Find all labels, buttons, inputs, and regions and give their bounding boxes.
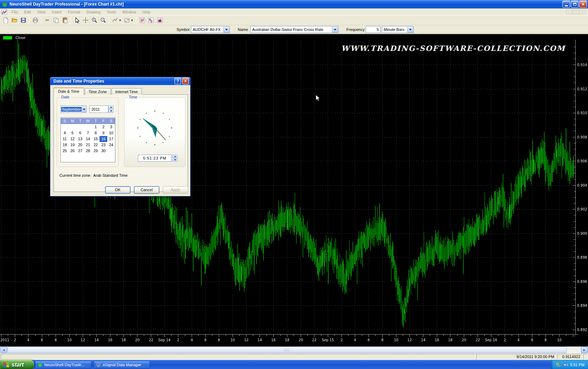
tab-time-zone[interactable]: Time Zone [85, 88, 111, 95]
name-combobox[interactable]: Australian Dollar-Swiss Franc Cross Rate [250, 26, 338, 33]
paste-button[interactable] [60, 16, 69, 25]
new-document-button[interactable] [1, 16, 10, 25]
menu-help[interactable]: Help [139, 9, 154, 14]
calendar-day[interactable]: 27 [76, 148, 84, 154]
symbol-combobox[interactable]: AUDCHF A0-FX [191, 26, 230, 33]
calendar-day[interactable]: 13 [76, 136, 84, 142]
zoom-in-button[interactable] [90, 16, 99, 25]
calendar-day[interactable]: 15 [92, 136, 100, 142]
time-input[interactable]: 5:51:23 PM [138, 155, 172, 162]
menu-view[interactable]: View [34, 9, 49, 14]
calendar-day[interactable]: 24 [107, 142, 115, 148]
mdi-minimize-button[interactable]: – [566, 9, 572, 14]
calendar-day[interactable]: 20 [76, 142, 84, 148]
fill-pattern-dropdown[interactable]: ▼ [130, 19, 134, 22]
menu-edit[interactable]: Edit [21, 9, 34, 14]
mdi-restore-button[interactable]: □ [573, 9, 579, 14]
calendar-day[interactable]: 10 [107, 130, 115, 136]
calendar-day[interactable]: 30 [100, 148, 107, 154]
dialog-close-button[interactable]: × [182, 78, 189, 84]
copy-button[interactable] [52, 16, 60, 25]
calendar-day[interactable]: 7 [84, 130, 92, 136]
close-button[interactable]: × [579, 1, 587, 8]
dialog-title-bar[interactable]: Date and Time Properties ? × [50, 77, 191, 85]
calendar-day[interactable]: 21 [84, 142, 92, 148]
network-icon[interactable] [555, 362, 561, 368]
calendar-day[interactable]: 25 [61, 148, 69, 154]
line-style-dropdown[interactable]: ▼ [119, 19, 122, 22]
horizontal-scrollbar[interactable]: ◄ ► [0, 346, 588, 354]
calendar-day[interactable]: 29 [92, 148, 100, 154]
calendar-day[interactable]: 19 [69, 142, 76, 148]
ok-button[interactable]: OK [105, 186, 130, 194]
chart-doc-icon [1, 9, 7, 15]
mdi-close-button[interactable]: × [580, 9, 586, 14]
calendar-day[interactable]: 12 [69, 136, 76, 142]
time-spinner[interactable] [172, 155, 178, 162]
spin-down-icon[interactable] [172, 158, 178, 162]
calendar-day[interactable]: 23 [100, 142, 107, 148]
cancel-button[interactable]: Cancel [134, 186, 159, 194]
cut-button[interactable]: ✂ [43, 16, 52, 25]
menu-file[interactable]: File [8, 9, 21, 14]
tab-date-time[interactable]: Date & Time [53, 88, 84, 95]
year-input[interactable]: 2011 [89, 105, 108, 113]
calendar-day[interactable]: 5 [69, 130, 76, 136]
scroll-left-arrow[interactable]: ◄ [0, 347, 7, 353]
open-folder-button[interactable] [10, 16, 19, 25]
frequency-input[interactable]: 5 [366, 26, 381, 33]
zoom-out-button[interactable] [99, 16, 108, 25]
help-button[interactable]: ? [174, 78, 181, 84]
calendar-day[interactable]: 2 [100, 124, 107, 130]
volume-icon[interactable] [563, 362, 568, 368]
chart-line-button[interactable] [147, 16, 155, 25]
calendar-day-selected[interactable]: 16 [100, 136, 107, 142]
menu-format[interactable]: Format [65, 9, 83, 14]
chart-candlesticks-button[interactable] [138, 16, 147, 25]
time-groupbox: Time 5:51:23 PM [124, 97, 185, 167]
calendar-day[interactable]: 18 [61, 142, 69, 148]
pointer-tool-button[interactable] [72, 16, 81, 25]
tab-internet-time[interactable]: Internet Time [111, 88, 142, 95]
taskbar-item-esignal[interactable]: eSignal Data Manager [94, 361, 150, 369]
chevron-down-icon[interactable] [407, 26, 413, 33]
frequency-unit-combobox[interactable]: Minute Bars [382, 26, 414, 33]
taskbar-item-neuroshell[interactable]: NeuroShell DayTrade... [35, 361, 91, 369]
chevron-down-icon[interactable] [332, 26, 338, 33]
apply-button[interactable]: Apply [163, 186, 188, 194]
spin-down-icon[interactable] [108, 109, 114, 113]
calendar-day[interactable]: 8 [92, 130, 100, 136]
chart-region: Close WWW.TRADING-SOFTWARE-COLLECTION.CO… [0, 34, 588, 346]
print-button[interactable] [31, 16, 40, 25]
menu-window[interactable]: Window [119, 9, 139, 14]
menu-insert[interactable]: Insert [49, 9, 65, 14]
spin-up-icon[interactable] [108, 105, 114, 109]
calendar-day[interactable]: 11 [61, 136, 69, 142]
calendar-day[interactable]: 1 [92, 124, 100, 130]
calendar-day[interactable]: 3 [107, 124, 115, 130]
calendar-day[interactable]: 17 [107, 136, 115, 142]
calendar-day[interactable]: 6 [76, 130, 84, 136]
calendar-day[interactable]: 22 [92, 142, 100, 148]
start-button[interactable]: start [0, 360, 34, 369]
month-combobox[interactable]: September [60, 105, 87, 113]
calendar-day[interactable]: 26 [69, 148, 76, 154]
restore-button[interactable] [571, 1, 579, 8]
calendar-day[interactable]: 14 [84, 136, 92, 142]
title-bar[interactable]: NeuroShell DayTrader Professional - [For… [0, 0, 588, 8]
save-button[interactable] [19, 16, 28, 25]
minimize-button[interactable] [562, 1, 570, 8]
crosshair-tool-button[interactable] [81, 16, 90, 25]
chevron-down-icon[interactable] [223, 26, 229, 33]
calendar-day[interactable]: 4 [61, 130, 69, 136]
chart-bars-button[interactable] [155, 16, 164, 25]
scroll-right-arrow[interactable]: ► [581, 347, 588, 353]
chevron-down-icon[interactable] [82, 106, 86, 112]
year-spinner[interactable] [108, 105, 114, 113]
calendar-day[interactable]: 28 [84, 148, 92, 154]
spin-up-icon[interactable] [172, 155, 178, 158]
scrollbar-thumb[interactable] [7, 347, 567, 353]
menu-drawing[interactable]: Drawing [83, 9, 104, 14]
menu-tools[interactable]: Tools [104, 9, 119, 14]
calendar-day[interactable]: 9 [100, 130, 107, 136]
